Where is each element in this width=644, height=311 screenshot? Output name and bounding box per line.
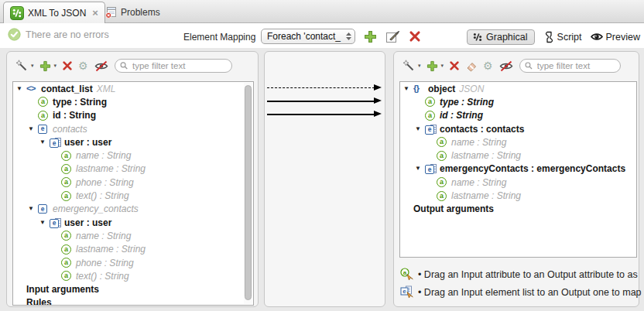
expander-icon[interactable]: ▼ — [16, 86, 26, 92]
tab-label: XML To JSON — [28, 8, 86, 19]
node-label: lastname : String — [451, 151, 521, 160]
element-mapping-label: Element Mapping — [183, 32, 255, 43]
expander-icon[interactable]: ▼ — [415, 166, 425, 172]
node-label: contacts : contacts — [440, 125, 524, 134]
tree-row[interactable]: aname : String — [13, 149, 253, 162]
search-icon — [525, 61, 533, 70]
tree-row[interactable]: Input arguments — [13, 282, 253, 296]
tree-row[interactable]: Output arguments — [400, 203, 636, 216]
tree-row[interactable]: atext() : String — [13, 189, 253, 202]
delete-icon — [409, 30, 421, 43]
tree-row[interactable]: atype : String — [400, 95, 636, 108]
expander-icon[interactable]: ▼ — [39, 220, 50, 226]
tree-row[interactable]: Rules — [13, 296, 253, 306]
element-mapping-select-value: Foreach 'contact_ — [267, 31, 346, 42]
wand-button[interactable] — [402, 60, 415, 72]
add-mapping-button[interactable] — [364, 30, 377, 43]
tree-row[interactable]: atype : String — [13, 95, 253, 108]
node-label: phone : String — [76, 178, 134, 187]
attribute-icon: a — [425, 110, 437, 121]
mapping-toolbar: There are no errors Element Mapping Fore… — [0, 23, 644, 48]
expander-icon[interactable]: ▼ — [415, 126, 425, 132]
element-list-icon: e — [425, 163, 437, 174]
output-filter — [519, 59, 621, 73]
settings-button[interactable]: ⚙ — [483, 60, 493, 71]
tree-row[interactable]: alastname : String — [13, 243, 253, 256]
tree-row[interactable]: ▼econtacts — [13, 122, 253, 135]
tree-row[interactable]: alastname : String — [13, 162, 253, 176]
wand-button[interactable] — [15, 60, 28, 72]
node-label: type : String — [440, 97, 494, 107]
attribute-icon: a — [437, 137, 449, 148]
node-label: Rules — [26, 298, 52, 306]
datamapper-window: { "window": { "tabs": [ {"label": "XML T… — [0, 0, 644, 311]
node-label: id : String — [440, 111, 483, 120]
tree-row[interactable]: ▼eemergencyContacts : emergencyContacts — [400, 162, 636, 176]
expander-icon[interactable]: ▼ — [28, 126, 38, 132]
add-menu-caret[interactable]: ▾ — [54, 63, 57, 69]
element-icon: e — [38, 124, 50, 135]
element-mapping-select[interactable]: Foreach 'contact_ — [261, 29, 355, 44]
preview-eye-icon — [591, 32, 603, 42]
attribute-icon: a — [61, 177, 74, 188]
hide-unmapped-button[interactable] — [498, 60, 514, 72]
tree-row[interactable]: ▼<>contact_listXML — [13, 82, 253, 95]
mapping-canvas — [264, 51, 385, 307]
expander-icon[interactable]: ▼ — [28, 206, 38, 212]
tree-row[interactable]: aphone : String — [13, 256, 253, 269]
node-label: user : user — [64, 218, 111, 227]
node-label: object — [428, 84, 455, 94]
attribute-icon: a — [61, 163, 74, 174]
attribute-icon: a — [61, 150, 74, 161]
tree-row[interactable]: ▼{}objectJSON — [400, 82, 636, 95]
add-node-button[interactable] — [39, 60, 51, 72]
tree-row[interactable]: alastname : String — [400, 149, 636, 162]
tree-row[interactable]: aname : String — [400, 176, 636, 189]
tree-row[interactable]: atext() : String — [13, 269, 253, 282]
preview-view-button[interactable]: Preview — [591, 32, 640, 43]
graphical-view-button[interactable]: Graphical — [467, 29, 535, 45]
tree-row[interactable]: alastname : String — [400, 189, 636, 202]
tree-row[interactable]: ▼euser : user — [13, 216, 253, 229]
tab-problems[interactable]: Problems — [98, 2, 167, 22]
scrollbar[interactable] — [244, 83, 252, 304]
status-text: There are no errors — [26, 29, 109, 40]
eye-slash-icon — [498, 60, 514, 72]
tree-row[interactable]: aname : String — [13, 229, 253, 242]
wand-menu-caret[interactable]: ▾ — [31, 63, 34, 69]
erase-button[interactable] — [465, 60, 478, 72]
expander-icon[interactable]: ▼ — [403, 86, 413, 92]
tree-row[interactable]: ▼euser : user — [13, 135, 253, 149]
delete-icon — [449, 60, 460, 71]
element-icon: e — [38, 203, 50, 214]
wand-menu-caret[interactable]: ▾ — [418, 63, 421, 69]
element-list-icon: e — [50, 217, 62, 228]
hide-unmapped-button[interactable] — [94, 60, 109, 72]
settings-button[interactable]: ⚙ — [78, 60, 88, 71]
output-filter-field[interactable] — [536, 60, 615, 71]
tab-label: Problems — [121, 7, 160, 18]
tree-row[interactable]: aid : String — [13, 109, 253, 122]
delete-node-button[interactable] — [62, 60, 73, 71]
tree-row[interactable]: aid : String — [400, 109, 636, 122]
node-label: name : String — [76, 231, 131, 241]
tree-row[interactable]: aname : String — [400, 135, 636, 149]
add-menu-caret[interactable]: ▾ — [441, 63, 444, 69]
node-label: text() : String — [76, 272, 129, 281]
expander-icon[interactable]: ▼ — [39, 139, 50, 145]
tab-xml-to-json[interactable]: XML To JSON × — [3, 2, 105, 23]
add-icon — [426, 60, 438, 72]
edit-mapping-button[interactable] — [385, 30, 400, 43]
script-view-button[interactable]: Script — [543, 31, 582, 43]
delete-node-button[interactable] — [449, 60, 460, 71]
tree-row[interactable]: ▼eemergency_contacts — [13, 203, 253, 216]
delete-mapping-button[interactable] — [409, 30, 421, 43]
node-type-suffix: XML — [97, 84, 116, 94]
scrollbar-thumb[interactable] — [245, 85, 252, 300]
problems-icon — [105, 6, 117, 19]
input-filter-field[interactable] — [131, 60, 227, 71]
tree-row[interactable]: aphone : String — [13, 176, 253, 189]
tree-row[interactable]: ▼econtacts : contacts — [400, 122, 636, 135]
add-node-button[interactable] — [426, 60, 438, 72]
close-tab-icon[interactable]: × — [92, 8, 98, 18]
